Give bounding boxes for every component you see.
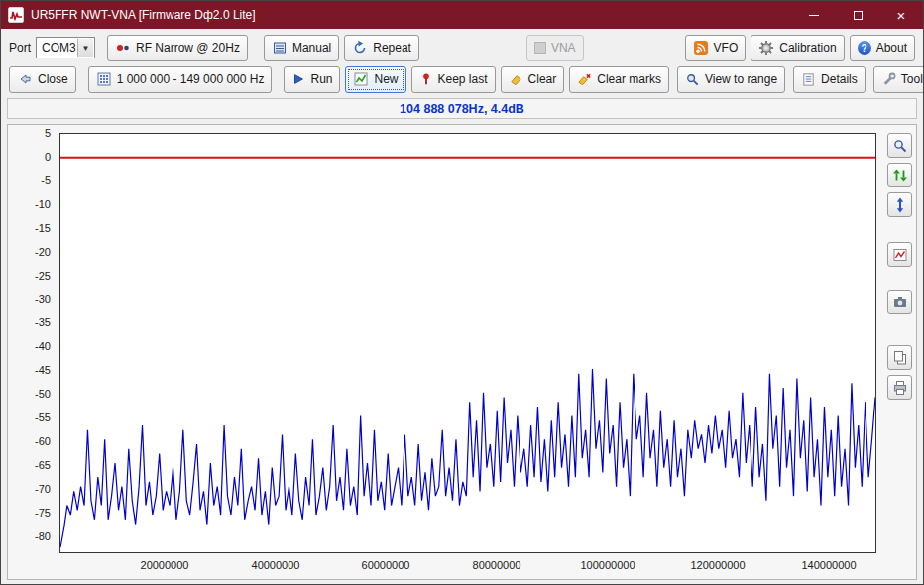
chart-panel: 50-5-10-15-20-25-30-35-40-45-50-55-60-65…: [7, 124, 917, 580]
close-connection-button[interactable]: Close: [9, 66, 76, 93]
question-icon: ?: [858, 41, 871, 55]
new-label: New: [374, 72, 398, 86]
clear-label: Clear: [528, 72, 557, 86]
manual-label: Manual: [292, 41, 331, 55]
run-label: Run: [310, 72, 332, 86]
details-button[interactable]: Details: [793, 66, 866, 93]
port-value: COM3: [42, 41, 76, 55]
vfo-icon: [693, 40, 709, 56]
fit-scale-icon: [892, 168, 908, 183]
view-to-range-label: View to range: [705, 72, 777, 86]
y-tick-label: -80: [11, 530, 51, 542]
y-tick-label: -30: [11, 293, 51, 305]
calibration-button[interactable]: Calibration: [751, 35, 844, 61]
y-tick-label: 0: [11, 151, 51, 163]
rf-mode-button[interactable]: RF Narrow @ 20Hz: [107, 35, 248, 61]
y-tick-label: -25: [11, 270, 51, 282]
zoom-icon: [892, 138, 908, 154]
details-label: Details: [821, 72, 858, 86]
plot-area[interactable]: [59, 133, 876, 553]
vfo-button[interactable]: VFO: [685, 35, 747, 61]
x-tick-label: 140000000: [795, 559, 863, 571]
y-tick-label: -65: [11, 459, 51, 471]
clear-marks-label: Clear marks: [597, 72, 661, 86]
manual-icon: [272, 40, 288, 56]
x-tick-label: 60000000: [352, 559, 419, 571]
view-to-range-button[interactable]: View to range: [677, 66, 785, 93]
sweep-trace: [60, 369, 875, 547]
x-tick-label: 80000000: [463, 559, 530, 571]
frequency-range-label: 1 000 000 - 149 000 000 Hz: [117, 72, 265, 86]
maximize-icon[interactable]: [836, 1, 879, 29]
document-icon: [801, 72, 816, 87]
chart-image-button[interactable]: [887, 242, 912, 267]
new-button[interactable]: New: [345, 66, 405, 93]
y-axis: 50-5-10-15-20-25-30-35-40-45-50-55-60-65…: [8, 133, 55, 553]
toolbar-top: Port COM3 ▼ RF Narrow @ 20Hz Manual Repe…: [1, 33, 923, 62]
calibration-label: Calibration: [779, 41, 836, 55]
x-tick-label: 40000000: [242, 559, 309, 571]
y-tick-label: 5: [11, 127, 51, 139]
camera-button[interactable]: [887, 290, 912, 314]
vna-button: VNA: [526, 35, 584, 61]
camera-icon: [892, 294, 908, 310]
chevron-down-icon: ▼: [77, 39, 93, 57]
port-select[interactable]: COM3 ▼: [36, 37, 95, 58]
y-tick-label: -5: [11, 175, 51, 186]
app-icon: [8, 7, 24, 23]
keep-last-button[interactable]: Keep last: [411, 66, 496, 93]
repeat-label: Repeat: [373, 41, 411, 55]
y-tick-label: -35: [11, 316, 51, 328]
tools-button[interactable]: Tools: [873, 66, 924, 93]
window-title: UR5FFR NWT-VNA [Firmware Dф2.0 Lite]: [31, 8, 256, 22]
frequency-range-button[interactable]: 1 000 000 - 149 000 000 Hz: [88, 66, 273, 93]
clear-marks-button[interactable]: Clear marks: [569, 66, 669, 93]
rf-mode-label: RF Narrow @ 20Hz: [136, 41, 240, 55]
y-tick-label: -70: [11, 483, 51, 495]
toolbar-bottom: Close 1 000 000 - 149 000 000 Hz Run: [1, 64, 923, 94]
repeat-icon: [352, 40, 368, 56]
x-tick-label: 100000000: [574, 559, 641, 571]
repeat-button[interactable]: Repeat: [344, 35, 419, 61]
vertical-range-icon: [892, 197, 908, 213]
vertical-range-button[interactable]: [887, 192, 912, 217]
manual-button[interactable]: Manual: [264, 35, 339, 61]
print-button[interactable]: [887, 375, 912, 400]
about-label: About: [876, 41, 907, 55]
clear-button[interactable]: Clear: [501, 66, 565, 93]
y-tick-label: -55: [11, 411, 51, 423]
minimize-icon[interactable]: [792, 1, 836, 29]
zoom-button[interactable]: [887, 133, 912, 158]
status-bar: 104 888 078Hz, 4.4dB: [7, 98, 917, 119]
titlebar: UR5FFR NWT-VNA [Firmware Dф2.0 Lite] ×: [1, 1, 923, 29]
new-chart-icon: [353, 71, 369, 87]
x-tick-label: 20000000: [131, 559, 198, 571]
eraser-icon: [509, 72, 523, 87]
app-window: UR5FFR NWT-VNA [Firmware Dф2.0 Lite] × P…: [0, 0, 924, 585]
chart-image-icon: [892, 247, 908, 263]
about-button[interactable]: ? About: [850, 35, 915, 61]
vfo-label: VFO: [714, 41, 739, 55]
y-tick-label: -10: [11, 198, 51, 210]
run-button[interactable]: Run: [284, 66, 340, 93]
magnifier-icon: [685, 72, 700, 87]
y-tick-label: -45: [11, 364, 51, 376]
y-tick-label: -60: [11, 435, 51, 447]
close-icon[interactable]: ×: [879, 1, 923, 29]
fit-scale-button[interactable]: [887, 163, 912, 187]
tools-label: Tools: [901, 72, 924, 86]
close-label: Close: [38, 72, 68, 86]
keep-last-label: Keep last: [438, 72, 488, 86]
y-tick-label: -40: [11, 340, 51, 352]
trace-svg: [60, 134, 875, 552]
vna-icon: [534, 42, 546, 54]
pin-icon: [419, 72, 433, 86]
back-arrow-icon: [17, 71, 33, 87]
gear-icon: [758, 40, 774, 56]
wrench-icon: [881, 72, 896, 87]
copy-button[interactable]: [887, 345, 912, 370]
y-tick-label: -75: [11, 507, 51, 519]
copy-icon: [892, 350, 908, 366]
rf-mode-icon: [115, 40, 131, 56]
keypad-icon: [96, 71, 112, 87]
